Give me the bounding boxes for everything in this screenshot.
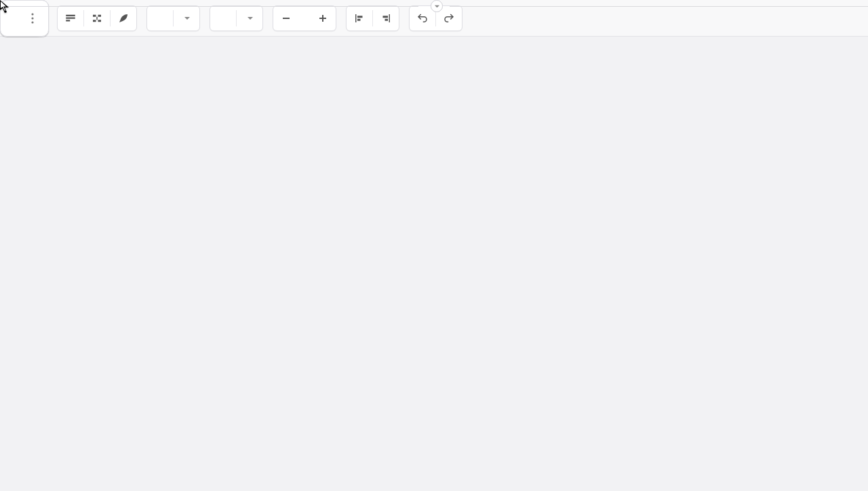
svg-point-15 (31, 21, 33, 23)
section-line (0, 6, 418, 7)
svg-point-14 (31, 17, 33, 19)
section-header-footer (0, 0, 868, 12)
svg-rect-0 (283, 18, 290, 19)
section-footer-toggle[interactable] (431, 0, 443, 12)
svg-point-13 (31, 13, 33, 15)
section-line (450, 6, 868, 7)
